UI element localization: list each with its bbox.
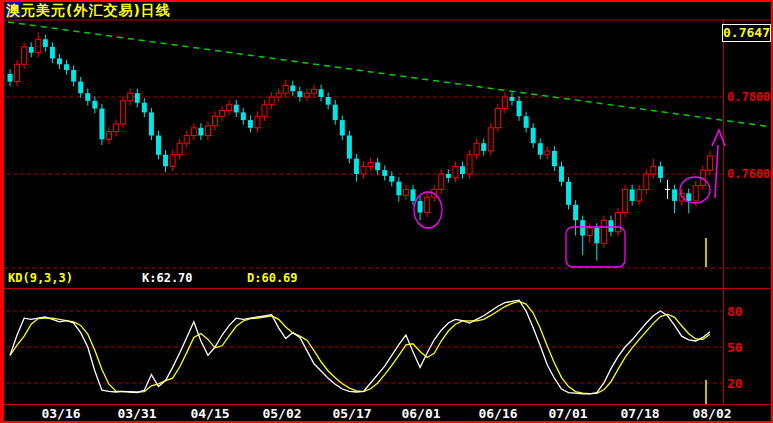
candle-up — [227, 105, 232, 111]
candle-up — [707, 156, 712, 170]
candle-down — [460, 166, 465, 174]
candle-down — [517, 101, 522, 116]
candle-up — [488, 128, 493, 151]
candle-down — [375, 162, 380, 170]
candle-down — [410, 189, 415, 201]
candle-down — [290, 85, 295, 91]
price-chart-canvas[interactable] — [0, 0, 773, 423]
candle-up — [213, 116, 218, 126]
candle-down — [672, 189, 677, 201]
candle-down — [446, 174, 451, 178]
candle-up — [545, 151, 550, 155]
candle-up — [474, 143, 479, 155]
candle-down — [43, 39, 48, 47]
kd-axis-label: 80 — [727, 304, 743, 319]
last-price-box: 0.7647 — [722, 24, 771, 42]
candle-down — [418, 201, 423, 213]
candle-up — [361, 166, 366, 174]
kd-axis-label: 20 — [727, 376, 743, 391]
candle-down — [156, 136, 161, 155]
candle-down — [559, 166, 564, 181]
candle-up — [693, 186, 698, 201]
candle-up — [623, 189, 628, 212]
candle-up — [177, 143, 182, 155]
date-axis-label: 05/02 — [262, 406, 301, 421]
candle-down — [198, 128, 203, 136]
candle-down — [396, 182, 401, 195]
candle-down — [297, 91, 302, 97]
annotation-arrow-shaft[interactable] — [715, 145, 718, 198]
candle-up — [255, 116, 260, 128]
candle-down — [319, 89, 324, 97]
candle-down — [481, 143, 486, 151]
candle-down — [630, 189, 635, 201]
candle-up — [283, 85, 288, 93]
candle-down — [78, 82, 83, 94]
candle-up — [36, 39, 41, 52]
date-axis-label: 06/01 — [401, 406, 440, 421]
candle-down — [658, 166, 663, 178]
price-axis-label: 0.7600 — [727, 167, 770, 181]
candle-up — [368, 162, 373, 166]
candle-up — [651, 166, 656, 174]
indicator-k-value: K:62.70 — [142, 271, 193, 285]
date-axis-label: 06/16 — [478, 406, 517, 421]
date-axis-label: 04/15 — [190, 406, 229, 421]
candle-up — [502, 97, 507, 109]
candle-up — [170, 155, 175, 167]
candle-down — [50, 47, 55, 59]
candle-down — [538, 143, 543, 155]
candle-down — [8, 74, 13, 82]
candle-down — [347, 136, 352, 159]
date-axis-label: 03/16 — [41, 406, 80, 421]
date-axis-label: 07/18 — [620, 406, 659, 421]
date-axis-label: 08/02 — [692, 406, 731, 421]
candle-up — [601, 220, 606, 243]
candle-up — [121, 101, 126, 124]
candle-up — [191, 128, 196, 136]
candle-down — [573, 205, 578, 220]
candle-down — [234, 105, 239, 113]
candle-up — [587, 228, 592, 236]
candle-down — [340, 120, 345, 135]
candle-down — [608, 220, 613, 232]
candle-up — [128, 93, 133, 101]
candle-down — [71, 70, 76, 82]
candle-down — [149, 112, 154, 135]
price-axis-label: 0.7800 — [727, 90, 770, 104]
candle-down — [566, 182, 571, 205]
candle-down — [580, 220, 585, 235]
candle-up — [304, 93, 309, 97]
candle-up — [439, 174, 444, 189]
candle-down — [29, 47, 34, 53]
candle-up — [616, 213, 621, 232]
candle-down — [142, 103, 147, 113]
candle-up — [495, 109, 500, 128]
chart-window: 澳元美元(外汇交易)日线 0.7647 KD(9,3,3) K:62.70 D:… — [0, 0, 773, 423]
indicator-d-value: D:60.69 — [247, 271, 298, 285]
candle-down — [163, 155, 168, 167]
candle-down — [552, 151, 557, 166]
candle-up — [22, 47, 27, 64]
symbol-title-rest: 元美元(外汇交易)日线 — [21, 2, 171, 18]
symbol-title: 澳元美元(外汇交易)日线 — [6, 2, 171, 20]
candle-down — [382, 170, 387, 176]
candle-up — [15, 64, 20, 81]
candle-up — [106, 132, 111, 140]
candle-down — [594, 228, 599, 243]
candle-down — [354, 159, 359, 174]
candle-up — [205, 126, 210, 136]
indicator-name-label: KD(9,3,3) — [8, 271, 73, 285]
candle-down — [64, 64, 69, 70]
date-axis-label: 05/17 — [332, 406, 371, 421]
candle-up — [184, 136, 189, 144]
candle-down — [389, 176, 394, 182]
candle-up — [644, 174, 649, 189]
candle-up — [467, 155, 472, 174]
candle-down — [326, 97, 331, 105]
candle-down — [57, 59, 62, 65]
candle-down — [241, 112, 246, 120]
kd-axis-label: 50 — [727, 340, 743, 355]
date-axis-label: 07/01 — [548, 406, 587, 421]
candle-up — [637, 189, 642, 201]
